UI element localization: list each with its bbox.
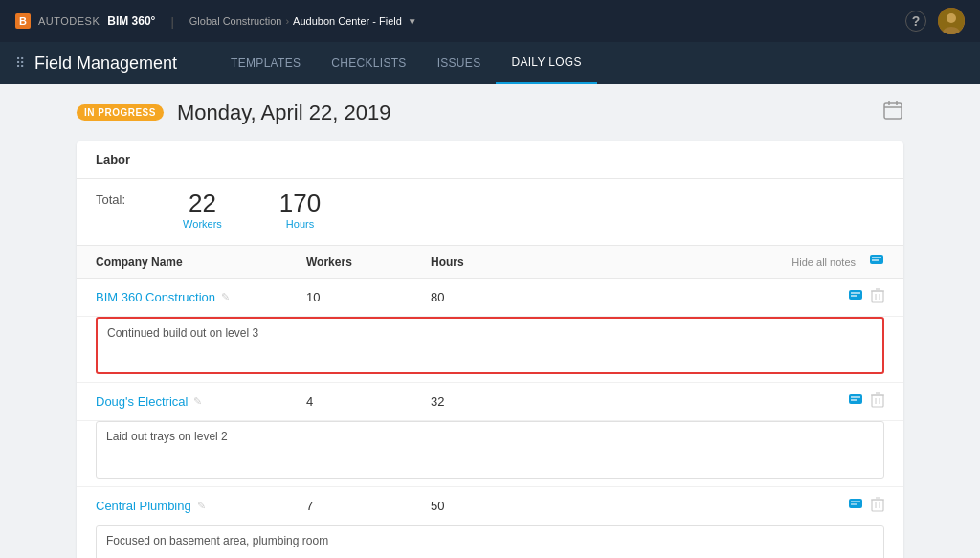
navbar: B AUTODESK BIM 360° | Global Constructio… [0,0,980,42]
section-title: Labor [77,141,903,179]
tab-daily-logs[interactable]: DAILY LOGS [496,42,596,84]
autodesk-label: AUTODESK [38,15,100,27]
company-name-1: Doug's Electrical ✎ [96,394,306,409]
tab-templates[interactable]: TEMPLATES [215,42,316,84]
app-title: Field Management [34,54,177,74]
note-icon-2[interactable] [848,498,863,514]
workers-count: 22 [183,189,222,218]
page-content: IN PROGRESS Monday, April 22, 2019 Labor… [0,84,980,558]
workers-val-2: 7 [306,499,431,513]
breadcrumb-arrow: › [285,15,289,27]
col-company-header: Company Name [96,256,306,269]
company-name-text-2[interactable]: Central Plumbing [96,499,191,513]
svg-rect-29 [872,500,883,511]
row-actions-1 [555,392,884,411]
edit-pencil-2[interactable]: ✎ [197,500,206,512]
workers-total: 22 Workers [183,189,222,230]
avatar-image [938,8,965,34]
table-row: Doug's Electrical ✎ 4 32 [77,383,903,421]
tab-checklists[interactable]: CHECKLISTS [316,42,421,84]
svg-point-1 [947,13,956,23]
status-badge: IN PROGRESS [77,104,164,121]
hours-val-0: 80 [431,290,555,304]
date-header-left: IN PROGRESS Monday, April 22, 2019 [77,100,390,125]
tab-issues[interactable]: ISSUES [422,42,497,84]
svg-rect-26 [849,499,862,508]
company-name-2: Central Plumbing ✎ [96,499,306,513]
row-actions-2 [555,497,884,515]
table-row: Central Plumbing ✎ 7 50 [77,487,903,525]
edit-pencil-0[interactable]: ✎ [221,291,230,303]
labor-section: Labor Total: 22 Workers 170 Hours Compan… [77,141,903,558]
totals-row: Total: 22 Workers 170 Hours [77,179,903,245]
company-name-text-1[interactable]: Doug's Electrical [96,394,188,409]
hours-total: 170 Hours [279,189,321,230]
calendar-icon[interactable] [882,100,903,125]
note-icon-0[interactable] [848,289,863,305]
svg-rect-18 [849,394,862,404]
workers-label: Workers [183,218,222,230]
svg-rect-13 [872,291,883,302]
grid-icon: ⠿ [15,56,25,71]
edit-pencil-1[interactable]: ✎ [193,395,202,408]
date-title: Monday, April 22, 2019 [177,100,390,125]
col-actions-header: Hide all notes [555,254,884,270]
svg-rect-10 [849,290,862,300]
svg-rect-3 [884,103,902,119]
avatar[interactable] [938,8,965,34]
delete-icon-0[interactable] [871,288,884,306]
svg-rect-7 [870,255,883,264]
hours-label: Hours [279,218,321,230]
nav-tabs: TEMPLATES CHECKLISTS ISSUES DAILY LOGS [215,42,597,84]
note-box-2[interactable]: Focused on basement area, plumbing room [96,525,884,558]
breadcrumb-company[interactable]: Global Construction [189,15,282,27]
app-header: ⠿ Field Management TEMPLATES CHECKLISTS … [0,42,980,84]
hide-all-notes-button[interactable]: Hide all notes [791,257,856,268]
hours-val-1: 32 [431,394,555,409]
nav-divider: | [170,14,173,29]
table-row: BIM 360 Construction ✎ 10 80 [77,279,903,317]
date-header: IN PROGRESS Monday, April 22, 2019 [77,100,903,125]
company-name-0: BIM 360 Construction ✎ [96,290,306,304]
table-header: Company Name Workers Hours Hide all note… [77,245,903,279]
autodesk-logo: B AUTODESK BIM 360° [15,13,155,29]
row-actions-0 [555,288,884,306]
workers-val-1: 4 [306,394,431,409]
note-box-1[interactable]: Laid out trays on level 2 [96,421,884,479]
hours-val-2: 50 [431,499,555,513]
breadcrumb-project[interactable]: Audubon Center - Field [293,15,402,27]
bim360-label: BIM 360° [107,14,155,28]
notes-icon-header[interactable] [869,254,884,270]
hours-count: 170 [279,189,321,218]
delete-icon-2[interactable] [871,497,884,515]
workers-val-0: 10 [306,290,431,304]
breadcrumb-dropdown-icon[interactable]: ▼ [408,16,417,27]
navbar-right: ? [905,8,965,34]
totals-label: Total: [96,189,125,207]
col-workers-header: Workers [306,256,431,269]
svg-rect-21 [872,395,883,407]
note-row-0: Continued build out on level 3 [77,317,903,383]
company-name-text-0[interactable]: BIM 360 Construction [96,290,215,304]
col-hours-header: Hours [431,256,555,269]
help-icon[interactable]: ? [905,11,926,32]
delete-icon-1[interactable] [871,392,884,411]
navbar-left: B AUTODESK BIM 360° | Global Constructio… [15,13,417,29]
note-box-0[interactable]: Continued build out on level 3 [96,317,884,374]
note-icon-1[interactable] [848,393,863,410]
logo-box: B [15,13,31,29]
note-row-2: Focused on basement area, plumbing room [77,525,903,558]
note-row-1: Laid out trays on level 2 [77,421,903,487]
breadcrumb[interactable]: Global Construction › Audubon Center - F… [189,15,417,27]
